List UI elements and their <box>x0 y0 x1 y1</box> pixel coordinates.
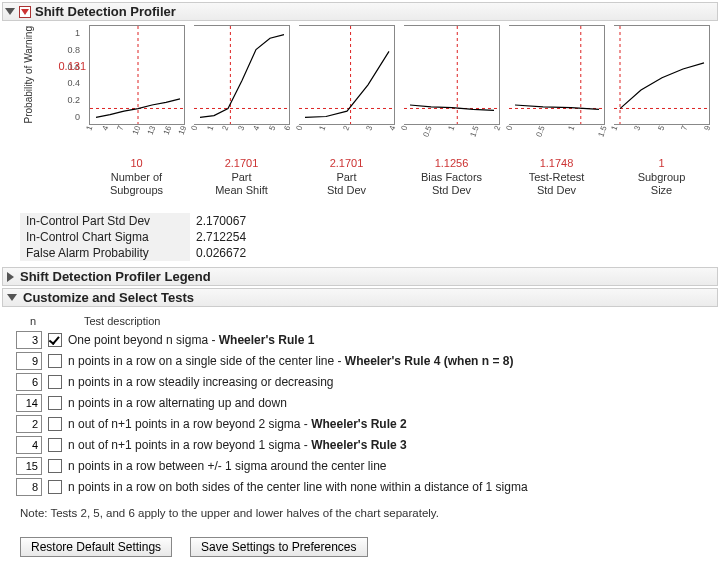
profiler-panel: 00.511.52 1.1256 Bias FactorsStd Dev <box>399 25 504 199</box>
chart-panel-svg[interactable] <box>509 25 605 125</box>
chart-panel-svg[interactable] <box>89 25 185 125</box>
test-row: n out of n+1 points in a row beyond 2 si… <box>16 413 706 434</box>
test-n-input[interactable] <box>16 457 42 475</box>
test-n-input[interactable] <box>16 373 42 391</box>
test-checkbox[interactable] <box>48 438 62 452</box>
tests-header: n Test description <box>20 315 706 327</box>
profiler-panel: 0123456 2.1701 PartMean Shift <box>189 25 294 199</box>
panel-label: PartStd Dev <box>327 171 366 199</box>
test-n-input[interactable] <box>16 478 42 496</box>
section-header-profiler[interactable]: Shift Detection Profiler <box>2 2 718 21</box>
profiler-panel: 13579 1 SubgroupSize <box>609 25 714 199</box>
profiler-row: Probability of Warning 0.131 10.80.60.40… <box>2 21 718 199</box>
section-title: Shift Detection Profiler <box>35 4 176 19</box>
chart-panel-svg[interactable] <box>614 25 710 125</box>
x-ticks: 14710131619 <box>84 125 189 151</box>
panel-label: PartMean Shift <box>215 171 268 199</box>
metric-key: False Alarm Probability <box>20 245 190 261</box>
chart-panel-svg[interactable] <box>299 25 395 125</box>
test-description: n points in a row on a single side of th… <box>68 354 513 368</box>
chart-panel-svg[interactable] <box>194 25 290 125</box>
col-desc: Test description <box>84 315 160 327</box>
panel-value: 1.1256 <box>435 157 469 169</box>
test-description: n out of n+1 points in a row beyond 2 si… <box>68 417 407 431</box>
test-row: n out of n+1 points in a row beyond 1 si… <box>16 434 706 455</box>
test-description: n points in a row on both sides of the c… <box>68 480 528 494</box>
metric-value: 0.026672 <box>190 245 280 261</box>
section-title: Shift Detection Profiler Legend <box>20 269 211 284</box>
tests-note: Note: Tests 2, 5, and 6 apply to the upp… <box>20 507 706 519</box>
test-row: n points in a row on both sides of the c… <box>16 476 706 497</box>
test-checkbox[interactable] <box>48 459 62 473</box>
test-description: One point beyond n sigma - Wheeler's Rul… <box>68 333 314 347</box>
y-axis: Probability of Warning 0.131 <box>6 25 50 125</box>
save-settings-button[interactable]: Save Settings to Preferences <box>190 537 367 557</box>
test-checkbox[interactable] <box>48 480 62 494</box>
menu-red-icon[interactable] <box>19 6 31 18</box>
tests-area: n Test description One point beyond n si… <box>2 307 718 537</box>
metric-key: In-Control Chart Sigma <box>20 229 190 245</box>
test-n-input[interactable] <box>16 436 42 454</box>
x-ticks: 00.511.52 <box>399 125 504 151</box>
metrics-table: In-Control Part Std Dev 2.170067In-Contr… <box>20 213 718 261</box>
test-checkbox[interactable] <box>48 375 62 389</box>
test-checkbox[interactable] <box>48 354 62 368</box>
chart-panel-svg[interactable] <box>404 25 500 125</box>
test-row: n points in a row on a single side of th… <box>16 350 706 371</box>
test-description: n points in a row steadily increasing or… <box>68 375 333 389</box>
panel-value: 1.1748 <box>540 157 574 169</box>
test-description: n points in a row alternating up and dow… <box>68 396 287 410</box>
panel-label: Test-RetestStd Dev <box>529 171 585 199</box>
panel-value: 10 <box>130 157 142 169</box>
panel-label: SubgroupSize <box>638 171 686 199</box>
panel-value: 1 <box>658 157 664 169</box>
test-row: One point beyond n sigma - Wheeler's Rul… <box>16 329 706 350</box>
button-row: Restore Default Settings Save Settings t… <box>2 537 718 565</box>
guide-value: 0.131 <box>58 60 86 72</box>
test-checkbox[interactable] <box>48 417 62 431</box>
test-checkbox[interactable] <box>48 333 62 347</box>
chart-panels: 14710131619 10 Number ofSubgroups 012345… <box>84 25 714 199</box>
metric-value: 2.170067 <box>190 213 280 229</box>
y-tick: 0.2 <box>67 95 80 105</box>
test-n-input[interactable] <box>16 331 42 349</box>
test-description: n points in a row between +/- 1 sigma ar… <box>68 459 387 473</box>
test-description: n out of n+1 points in a row beyond 1 si… <box>68 438 407 452</box>
y-tick: 0.8 <box>67 45 80 55</box>
y-tick: 0.4 <box>67 78 80 88</box>
test-row: n points in a row steadily increasing or… <box>16 371 706 392</box>
y-tick-column: 10.80.60.40.20 <box>52 25 82 125</box>
col-n: n <box>20 315 46 327</box>
test-n-input[interactable] <box>16 394 42 412</box>
metric-value: 2.712254 <box>190 229 280 245</box>
panel-label: Number ofSubgroups <box>110 171 163 199</box>
profiler-panel: 00.511.5 1.1748 Test-RetestStd Dev <box>504 25 609 199</box>
metric-key: In-Control Part Std Dev <box>20 213 190 229</box>
test-row: n points in a row between +/- 1 sigma ar… <box>16 455 706 476</box>
profiler-panel: 14710131619 10 Number ofSubgroups <box>84 25 189 199</box>
disclosure-open-icon[interactable] <box>7 294 17 301</box>
x-ticks: 0123456 <box>189 125 294 151</box>
panel-value: 2.1701 <box>225 157 259 169</box>
panel-label: Bias FactorsStd Dev <box>421 171 482 199</box>
x-ticks: 13579 <box>609 125 714 151</box>
y-axis-label: Probability of Warning <box>23 26 34 123</box>
section-header-customize[interactable]: Customize and Select Tests <box>2 288 718 307</box>
section-title: Customize and Select Tests <box>23 290 194 305</box>
test-checkbox[interactable] <box>48 396 62 410</box>
x-ticks: 00.511.5 <box>504 125 609 151</box>
y-tick: 1 <box>75 28 80 38</box>
profiler-panel: 01234 2.1701 PartStd Dev <box>294 25 399 199</box>
x-ticks: 01234 <box>294 125 399 151</box>
test-row: n points in a row alternating up and dow… <box>16 392 706 413</box>
disclosure-closed-icon[interactable] <box>7 272 14 282</box>
test-n-input[interactable] <box>16 352 42 370</box>
restore-defaults-button[interactable]: Restore Default Settings <box>20 537 172 557</box>
section-header-legend[interactable]: Shift Detection Profiler Legend <box>2 267 718 286</box>
disclosure-open-icon[interactable] <box>5 8 15 15</box>
test-n-input[interactable] <box>16 415 42 433</box>
panel-value: 2.1701 <box>330 157 364 169</box>
y-tick: 0 <box>75 112 80 122</box>
